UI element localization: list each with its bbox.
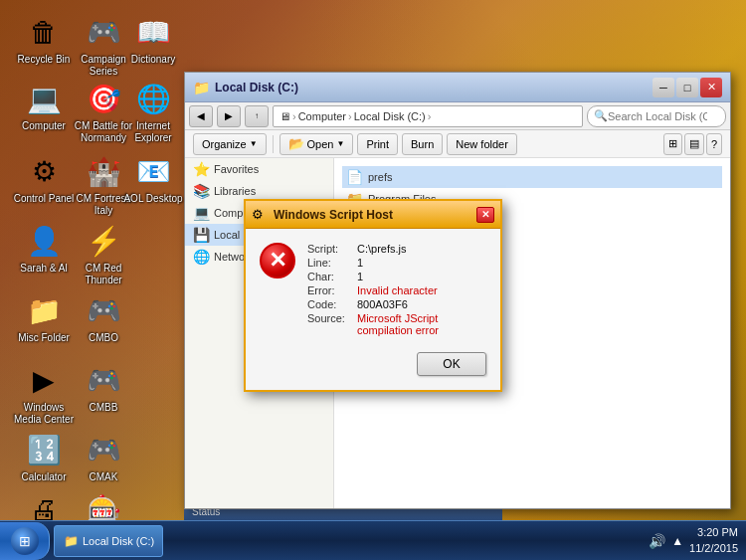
dictionary-label: Dictionary <box>131 54 175 66</box>
taskbar-items: 📁 Local Disk (C:) <box>50 525 641 557</box>
computer-icon: 💻 <box>193 205 210 221</box>
cmak-label: CMAK <box>90 471 118 483</box>
aol-desktop-icon: 📧 <box>133 151 173 191</box>
desktop-icon-cmbb[interactable]: 🎮CMBB <box>68 356 139 418</box>
nav-favorites[interactable]: ⭐ Favorites <box>185 158 333 180</box>
ok-button[interactable]: OK <box>417 352 486 376</box>
taskbar: 📁 Local Disk (C:) 🔊 ▲ 3:20 PM 11/2/2015 <box>0 520 746 560</box>
cm-red-thunder-icon: ⚡ <box>84 221 123 261</box>
wsh-close-button[interactable]: ✕ <box>476 207 494 223</box>
windows-media-label: Windows Media Center <box>12 402 76 426</box>
start-button[interactable] <box>0 522 50 560</box>
cmbb-icon: 🎮 <box>84 360 123 400</box>
internet-explorer-label: Internet Explorer <box>121 120 185 144</box>
error-icon: ✕ <box>260 243 295 279</box>
desktop-icon-aol-desktop[interactable]: 📧AOL Desktop <box>117 147 189 209</box>
desktop-icon-internet-explorer[interactable]: 🌐Internet Explorer <box>117 75 189 148</box>
wsh-titlebar: ⚙ Windows Script Host ✕ <box>246 201 500 229</box>
maximize-button[interactable]: □ <box>676 78 698 97</box>
desktop: 🗑Recycle Bin🎮Campaign Series📖Dictionary💻… <box>0 0 746 560</box>
favorites-icon: ⭐ <box>193 161 210 177</box>
desktop-icon-cm-red-thunder[interactable]: ⚡CM Red Thunder <box>68 217 139 290</box>
internet-explorer-icon: 🌐 <box>133 79 173 118</box>
taskbar-explorer-icon: 📁 <box>63 533 79 549</box>
toolbar-separator <box>273 135 274 153</box>
breadcrumb-computer[interactable]: Computer <box>298 110 346 122</box>
wsh-row-error: Error: Invalid character <box>307 284 486 296</box>
organize-dropdown-icon: ▼ <box>250 139 258 148</box>
cmbo-icon: 🎮 <box>84 290 123 330</box>
organize-button[interactable]: Organize ▼ <box>193 133 267 155</box>
window-titlebar: 📁 Local Disk (C:) ─ □ ✕ <box>185 73 730 102</box>
control-panel-label: Control Panel <box>14 193 75 205</box>
window-title-text: Local Disk (C:) <box>215 81 653 94</box>
wsh-title-icon: ⚙ <box>252 207 268 223</box>
dictionary-icon: 📖 <box>133 12 173 52</box>
taskbar-explorer-btn[interactable]: 📁 Local Disk (C:) <box>54 525 163 557</box>
sarah-ai-label: Sarah & Al <box>20 263 67 275</box>
control-panel-icon: ⚙ <box>24 151 64 191</box>
windows-media-icon: ▶ <box>24 360 64 400</box>
view-toggle-button[interactable]: ⊞ <box>663 133 682 155</box>
new-folder-button[interactable]: New folder <box>447 133 517 155</box>
close-button[interactable]: ✕ <box>700 78 722 97</box>
print-button[interactable]: Print <box>357 133 398 155</box>
open-button[interactable]: 📂 Open ▼ <box>280 133 354 155</box>
search-input[interactable] <box>608 110 707 122</box>
wsh-row-source: Source: Microsoft JScript compilation er… <box>307 312 486 336</box>
wsh-row-script: Script: C:\prefs.js <box>307 243 486 255</box>
start-orb <box>11 527 39 555</box>
cmbo-label: CMBO <box>89 332 118 344</box>
network-icon: 🌐 <box>193 249 210 265</box>
search-icon: 🔍 <box>594 109 608 122</box>
misc-folder-icon: 📁 <box>24 290 64 330</box>
desktop-icon-cmbo[interactable]: 🎮CMBO <box>68 286 139 348</box>
wsh-ok-row: OK <box>260 352 486 376</box>
pane-button[interactable]: ▤ <box>684 133 704 155</box>
forward-button[interactable]: ▶ <box>217 105 241 127</box>
burn-button[interactable]: Burn <box>402 133 443 155</box>
cmak-icon: 🎮 <box>84 430 123 469</box>
network-icon: ▲ <box>671 534 683 548</box>
help-button[interactable]: ? <box>706 133 722 155</box>
system-tray: 🔊 ▲ 3:20 PM 11/2/2015 <box>641 525 746 556</box>
wsh-row-line: Line: 1 <box>307 257 486 269</box>
libraries-icon: 📚 <box>193 183 210 199</box>
calculator-label: Calculator <box>21 471 66 483</box>
cmbb-label: CMBB <box>90 402 118 414</box>
wsh-details: Script: C:\prefs.js Line: 1 Char: 1 Erro… <box>307 243 486 338</box>
up-button[interactable]: ↑ <box>245 105 269 127</box>
aol-desktop-label: AOL Desktop <box>123 193 182 205</box>
computer-icon: 💻 <box>24 79 64 118</box>
minimize-button[interactable]: ─ <box>653 78 674 97</box>
volume-icon[interactable]: 🔊 <box>649 533 665 549</box>
clock[interactable]: 3:20 PM 11/2/2015 <box>689 525 738 556</box>
wsh-content: ✕ Script: C:\prefs.js Line: 1 Char: 1 <box>260 243 486 338</box>
cm-red-thunder-label: CM Red Thunder <box>72 263 135 286</box>
wsh-row-char: Char: 1 <box>307 271 486 282</box>
window-title-icon: 📁 <box>193 80 209 95</box>
date: 11/2/2015 <box>689 541 738 556</box>
misc-folder-label: Misc Folder <box>18 332 70 344</box>
recycle-bin-label: Recycle Bin <box>18 54 71 66</box>
search-box[interactable]: 🔍 <box>587 105 726 127</box>
desktop-icon-dictionary[interactable]: 📖Dictionary <box>117 8 189 70</box>
wsh-dialog: ⚙ Windows Script Host ✕ ✕ Script: C:\pre… <box>244 199 502 392</box>
window-controls: ─ □ ✕ <box>653 78 722 97</box>
file-item-prefs[interactable]: 📄 prefs <box>342 166 722 188</box>
wsh-row-code: Code: 800A03F6 <box>307 298 486 310</box>
open-icon: 📂 <box>288 136 304 151</box>
toolbar: Organize ▼ 📂 Open ▼ Print Burn New folde… <box>185 130 730 158</box>
recycle-bin-icon: 🗑 <box>24 12 64 52</box>
open-dropdown-icon: ▼ <box>336 139 344 148</box>
view-controls: ⊞ ▤ ? <box>663 133 722 155</box>
computer-label: Computer <box>22 120 66 132</box>
breadcrumb-local-disk[interactable]: Local Disk (C:) <box>354 110 426 122</box>
back-button[interactable]: ◀ <box>189 105 213 127</box>
desktop-icon-cmak[interactable]: 🎮CMAK <box>68 426 139 487</box>
time: 3:20 PM <box>689 525 738 540</box>
calculator-icon: 🔢 <box>24 430 64 469</box>
breadcrumb[interactable]: 🖥 › Computer › Local Disk (C:) › <box>273 105 583 127</box>
file-icon-prefs: 📄 <box>346 169 362 185</box>
local-disk-icon: 💾 <box>193 227 210 243</box>
